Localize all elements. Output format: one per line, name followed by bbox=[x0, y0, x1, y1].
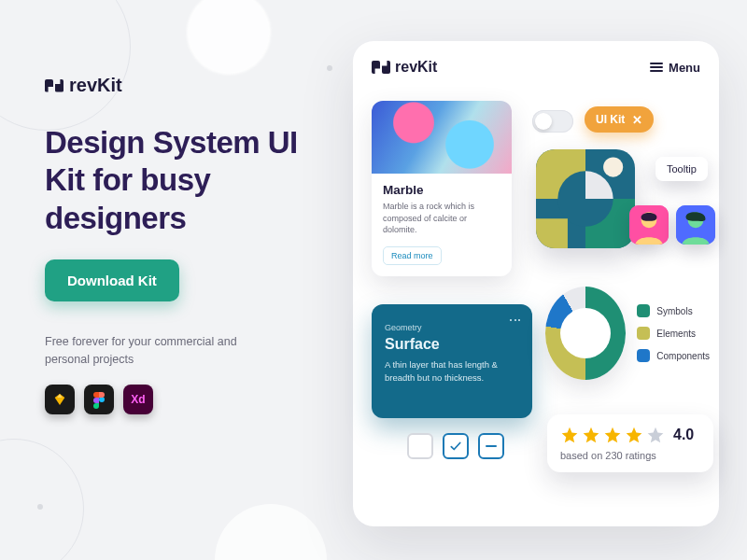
legend-item-elements: Elements bbox=[637, 327, 710, 340]
checkbox-row bbox=[407, 433, 504, 459]
star-icon bbox=[625, 426, 643, 444]
tooltip: Tooltip bbox=[655, 157, 708, 181]
surface-desc: A thin layer that has length & breadth b… bbox=[385, 358, 519, 385]
swatch-icon bbox=[637, 304, 650, 317]
rating-score: 4.0 bbox=[673, 427, 694, 443]
legend-label: Components bbox=[656, 351, 710, 361]
figma-icon bbox=[84, 385, 114, 414]
adobe-xd-icon: Xd bbox=[123, 385, 153, 414]
mock-brand-logo: revKit bbox=[372, 58, 437, 77]
logo-mark-icon bbox=[372, 58, 390, 77]
read-more-button[interactable]: Read more bbox=[383, 246, 442, 265]
avatar bbox=[629, 205, 669, 245]
star-icon bbox=[582, 426, 600, 444]
chip-label: UI Kit bbox=[596, 113, 625, 126]
bg-blob-top bbox=[187, 0, 271, 75]
surface-card: ⋮ Geometry Surface A thin layer that has… bbox=[372, 304, 532, 418]
menu-button[interactable]: Menu bbox=[650, 61, 700, 75]
marble-image bbox=[372, 101, 512, 174]
mock-window: revKit Menu Marble Marble is a rock whic… bbox=[353, 41, 719, 526]
surface-title: Surface bbox=[385, 336, 519, 353]
hero-subtext: Free forever for your commercial and per… bbox=[45, 333, 250, 369]
bg-ring-bottom-left bbox=[0, 439, 84, 560]
sketch-icon bbox=[45, 385, 75, 414]
legend-item-components: Components bbox=[637, 349, 710, 362]
tool-icons-row: Xd bbox=[45, 385, 334, 414]
bg-dot bbox=[327, 65, 332, 71]
mock-header: revKit Menu bbox=[372, 58, 700, 77]
download-kit-button[interactable]: Download Kit bbox=[45, 259, 179, 301]
star-icon bbox=[646, 426, 665, 444]
xd-label: Xd bbox=[131, 393, 145, 406]
rating-panel: 4.0 based on 230 ratings bbox=[547, 414, 713, 472]
rating-subtext: based on 230 ratings bbox=[560, 450, 700, 461]
close-icon[interactable]: ✕ bbox=[632, 114, 642, 126]
brand-logo: revKit bbox=[45, 75, 334, 96]
mock-brand-name: revKit bbox=[395, 59, 437, 76]
swatch-icon bbox=[637, 349, 650, 362]
checkbox-checked[interactable] bbox=[443, 433, 469, 459]
bg-blob-bottom bbox=[215, 504, 327, 560]
tooltip-label: Tooltip bbox=[667, 163, 697, 175]
star-icon bbox=[603, 426, 622, 444]
svg-point-6 bbox=[603, 157, 623, 176]
donut-chart bbox=[545, 287, 626, 380]
brand-name: revKit bbox=[69, 75, 122, 96]
chart-legend: Symbols Elements Components bbox=[637, 304, 710, 362]
checkbox-unchecked[interactable] bbox=[407, 433, 433, 459]
avatar bbox=[676, 205, 715, 245]
menu-label: Menu bbox=[669, 61, 700, 75]
marble-title: Marble bbox=[372, 174, 512, 201]
hero-headline: Design System UI Kit for busy designers bbox=[45, 124, 334, 237]
swatch-icon bbox=[637, 327, 650, 340]
logo-mark-icon bbox=[45, 77, 63, 95]
ui-kit-chip[interactable]: UI Kit ✕ bbox=[585, 106, 654, 133]
legend-item-symbols: Symbols bbox=[637, 304, 710, 317]
star-icon bbox=[560, 426, 579, 444]
svg-rect-7 bbox=[536, 218, 568, 248]
hero-panel: revKit Design System UI Kit for busy des… bbox=[45, 75, 334, 414]
checkbox-indeterminate[interactable] bbox=[478, 433, 504, 459]
marble-desc: Marble is a rock which is composed of ca… bbox=[372, 201, 512, 245]
pattern-tile bbox=[536, 149, 635, 248]
legend-label: Elements bbox=[656, 329, 696, 339]
legend-label: Symbols bbox=[656, 306, 692, 316]
toggle-switch[interactable] bbox=[532, 110, 573, 133]
donut-chart-group: Symbols Elements Components bbox=[545, 273, 710, 394]
marble-card: Marble Marble is a rock which is compose… bbox=[372, 101, 512, 276]
surface-eyebrow: Geometry bbox=[385, 323, 519, 332]
star-row: 4.0 bbox=[560, 426, 700, 444]
bg-dot bbox=[37, 504, 43, 510]
hamburger-icon bbox=[650, 63, 663, 72]
